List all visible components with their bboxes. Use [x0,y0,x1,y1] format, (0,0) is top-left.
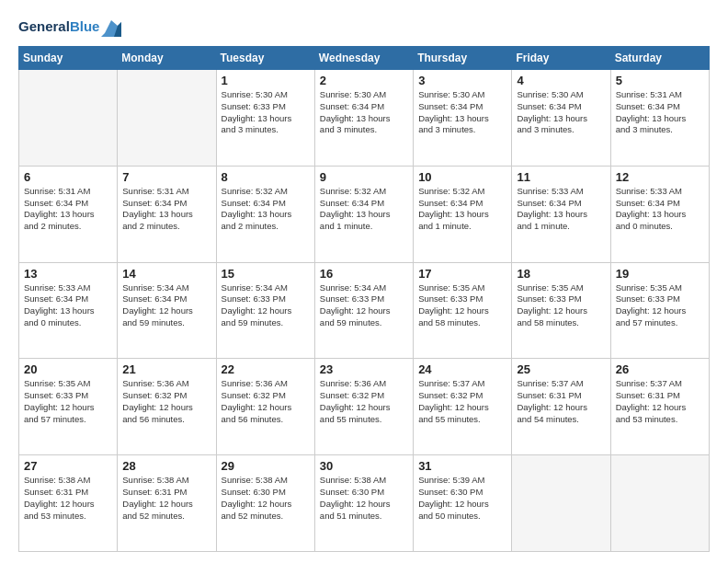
calendar-cell [118,70,216,167]
day-detail: Sunrise: 5:30 AMSunset: 6:33 PMDaylight:… [222,89,310,136]
calendar-cell: 12Sunrise: 5:33 AMSunset: 6:34 PMDayligh… [610,166,709,262]
calendar-cell: 2Sunrise: 5:30 AMSunset: 6:34 PMDaylight… [314,70,413,167]
calendar-cell: 27Sunrise: 5:38 AMSunset: 6:31 PMDayligh… [19,455,118,552]
day-number: 30 [320,459,408,473]
day-detail: Sunrise: 5:37 AMSunset: 6:31 PMDaylight:… [517,378,605,425]
weekday-saturday: Saturday [610,47,709,70]
calendar-cell: 10Sunrise: 5:32 AMSunset: 6:34 PMDayligh… [414,166,512,262]
weekday-tuesday: Tuesday [216,47,314,70]
calendar-cell: 18Sunrise: 5:35 AMSunset: 6:33 PMDayligh… [512,262,610,359]
day-number: 2 [320,74,408,87]
day-number: 17 [418,267,506,281]
page: GeneralBlue SundayMondayTuesdayWednesday… [0,0,728,563]
calendar-cell: 16Sunrise: 5:34 AMSunset: 6:33 PMDayligh… [314,262,413,359]
calendar-cell: 21Sunrise: 5:36 AMSunset: 6:32 PMDayligh… [118,359,216,455]
day-detail: Sunrise: 5:31 AMSunset: 6:34 PMDaylight:… [24,186,112,233]
day-number: 4 [517,74,605,87]
calendar-cell: 24Sunrise: 5:37 AMSunset: 6:32 PMDayligh… [414,359,512,455]
day-detail: Sunrise: 5:36 AMSunset: 6:32 PMDaylight:… [222,378,310,425]
day-detail: Sunrise: 5:30 AMSunset: 6:34 PMDaylight:… [320,89,408,136]
day-number: 22 [222,362,310,376]
logo-text: GeneralBlue [18,18,99,34]
week-row-4: 20Sunrise: 5:35 AMSunset: 6:33 PMDayligh… [19,359,710,455]
day-detail: Sunrise: 5:38 AMSunset: 6:31 PMDaylight:… [122,475,210,522]
weekday-sunday: Sunday [19,47,118,70]
day-detail: Sunrise: 5:32 AMSunset: 6:34 PMDaylight:… [418,186,506,233]
week-row-2: 6Sunrise: 5:31 AMSunset: 6:34 PMDaylight… [19,166,710,262]
weekday-thursday: Thursday [414,47,512,70]
calendar-cell: 26Sunrise: 5:37 AMSunset: 6:31 PMDayligh… [610,359,709,455]
day-detail: Sunrise: 5:35 AMSunset: 6:33 PMDaylight:… [616,282,704,329]
day-detail: Sunrise: 5:30 AMSunset: 6:34 PMDaylight:… [517,89,605,136]
day-number: 14 [122,267,210,281]
day-number: 1 [222,74,310,87]
day-number: 31 [418,459,506,473]
calendar-cell: 22Sunrise: 5:36 AMSunset: 6:32 PMDayligh… [216,359,314,455]
calendar-cell: 19Sunrise: 5:35 AMSunset: 6:33 PMDayligh… [610,262,709,359]
week-row-5: 27Sunrise: 5:38 AMSunset: 6:31 PMDayligh… [19,455,710,552]
week-row-1: 1Sunrise: 5:30 AMSunset: 6:33 PMDaylight… [19,70,710,167]
calendar-cell [610,455,709,552]
calendar-cell: 23Sunrise: 5:36 AMSunset: 6:32 PMDayligh… [314,359,413,455]
calendar-cell: 4Sunrise: 5:30 AMSunset: 6:34 PMDaylight… [512,70,610,167]
day-detail: Sunrise: 5:35 AMSunset: 6:33 PMDaylight:… [24,378,112,425]
day-detail: Sunrise: 5:30 AMSunset: 6:34 PMDaylight:… [418,89,506,136]
calendar-cell: 1Sunrise: 5:30 AMSunset: 6:33 PMDaylight… [216,70,314,167]
weekday-friday: Friday [512,47,610,70]
logo: GeneralBlue [18,17,121,37]
day-detail: Sunrise: 5:35 AMSunset: 6:33 PMDaylight:… [418,282,506,329]
calendar-cell: 6Sunrise: 5:31 AMSunset: 6:34 PMDaylight… [19,166,118,262]
day-number: 29 [222,459,310,473]
day-detail: Sunrise: 5:34 AMSunset: 6:33 PMDaylight:… [320,282,408,329]
day-detail: Sunrise: 5:34 AMSunset: 6:34 PMDaylight:… [122,282,210,329]
day-number: 15 [222,267,310,281]
calendar-cell [512,455,610,552]
day-number: 9 [320,170,408,184]
calendar-cell: 20Sunrise: 5:35 AMSunset: 6:33 PMDayligh… [19,359,118,455]
week-row-3: 13Sunrise: 5:33 AMSunset: 6:34 PMDayligh… [19,262,710,359]
day-number: 24 [418,362,506,376]
day-number: 18 [517,267,605,281]
day-number: 28 [122,459,210,473]
calendar-table: SundayMondayTuesdayWednesdayThursdayFrid… [18,46,710,552]
calendar-cell: 9Sunrise: 5:32 AMSunset: 6:34 PMDaylight… [314,166,413,262]
day-number: 27 [24,459,112,473]
day-detail: Sunrise: 5:31 AMSunset: 6:34 PMDaylight:… [122,186,210,233]
day-detail: Sunrise: 5:33 AMSunset: 6:34 PMDaylight:… [517,186,605,233]
calendar-cell: 15Sunrise: 5:34 AMSunset: 6:33 PMDayligh… [216,262,314,359]
calendar-cell: 28Sunrise: 5:38 AMSunset: 6:31 PMDayligh… [118,455,216,552]
calendar-cell: 8Sunrise: 5:32 AMSunset: 6:34 PMDaylight… [216,166,314,262]
day-number: 12 [616,170,704,184]
day-detail: Sunrise: 5:31 AMSunset: 6:34 PMDaylight:… [616,89,704,136]
calendar-cell: 31Sunrise: 5:39 AMSunset: 6:30 PMDayligh… [414,455,512,552]
calendar-cell: 13Sunrise: 5:33 AMSunset: 6:34 PMDayligh… [19,262,118,359]
day-number: 10 [418,170,506,184]
calendar-cell: 14Sunrise: 5:34 AMSunset: 6:34 PMDayligh… [118,262,216,359]
calendar-cell: 17Sunrise: 5:35 AMSunset: 6:33 PMDayligh… [414,262,512,359]
day-detail: Sunrise: 5:36 AMSunset: 6:32 PMDaylight:… [320,378,408,425]
calendar-cell: 11Sunrise: 5:33 AMSunset: 6:34 PMDayligh… [512,166,610,262]
day-number: 5 [616,74,704,87]
day-number: 13 [24,267,112,281]
calendar-cell: 7Sunrise: 5:31 AMSunset: 6:34 PMDaylight… [118,166,216,262]
weekday-wednesday: Wednesday [314,47,413,70]
day-detail: Sunrise: 5:33 AMSunset: 6:34 PMDaylight:… [24,282,112,329]
calendar-cell: 29Sunrise: 5:38 AMSunset: 6:30 PMDayligh… [216,455,314,552]
day-number: 7 [122,170,210,184]
calendar-cell: 30Sunrise: 5:38 AMSunset: 6:30 PMDayligh… [314,455,413,552]
day-detail: Sunrise: 5:37 AMSunset: 6:31 PMDaylight:… [616,378,704,425]
logo-icon [101,17,121,37]
day-number: 6 [24,170,112,184]
header: GeneralBlue [18,17,710,37]
day-number: 16 [320,267,408,281]
day-number: 8 [222,170,310,184]
weekday-monday: Monday [118,47,216,70]
calendar-cell: 25Sunrise: 5:37 AMSunset: 6:31 PMDayligh… [512,359,610,455]
weekday-header-row: SundayMondayTuesdayWednesdayThursdayFrid… [19,47,710,70]
day-detail: Sunrise: 5:32 AMSunset: 6:34 PMDaylight:… [320,186,408,233]
day-detail: Sunrise: 5:39 AMSunset: 6:30 PMDaylight:… [418,475,506,522]
day-number: 3 [418,74,506,87]
day-detail: Sunrise: 5:35 AMSunset: 6:33 PMDaylight:… [517,282,605,329]
day-detail: Sunrise: 5:38 AMSunset: 6:30 PMDaylight:… [222,475,310,522]
day-detail: Sunrise: 5:32 AMSunset: 6:34 PMDaylight:… [222,186,310,233]
